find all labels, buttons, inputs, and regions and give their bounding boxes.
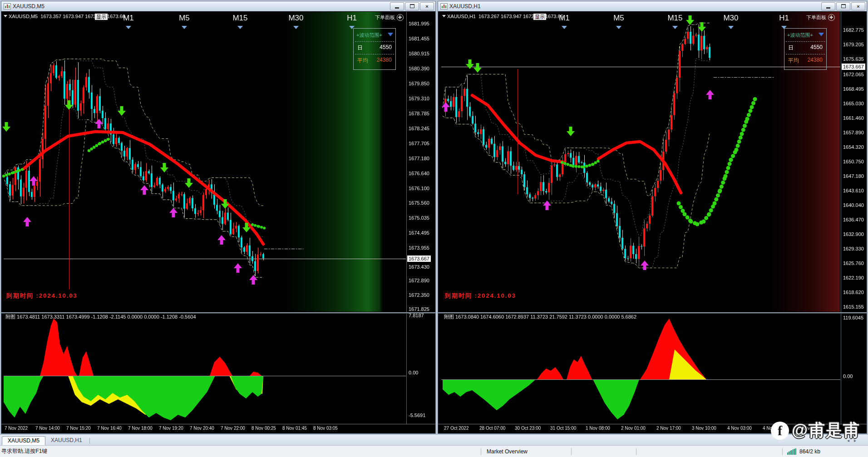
indicator-readout: 附图 1673.4811 1673.3311 1673.4999 -1.1208… xyxy=(5,314,196,320)
close-icon: × xyxy=(425,3,428,10)
restore-icon xyxy=(410,4,414,8)
chart-window-icon xyxy=(440,3,448,10)
minimize-button[interactable] xyxy=(390,2,404,10)
close-icon: × xyxy=(857,3,859,10)
minimize-button[interactable] xyxy=(821,2,835,10)
time-axis-label: 28 Oct 07:00 xyxy=(479,426,505,431)
time-axis-label: 1 Nov 08:00 xyxy=(586,426,610,431)
help-hint: 寻求帮助,请按F1键 xyxy=(0,447,481,455)
volatility-info-box: +波动范围+ 日4550 平均24380 xyxy=(353,28,396,70)
show-button[interactable]: 显示 xyxy=(95,14,108,20)
chevron-down-icon[interactable] xyxy=(388,33,393,39)
time-axis-label: 4 Nov 03:00 xyxy=(727,426,752,431)
chevron-down-icon[interactable] xyxy=(293,26,299,32)
chevron-down-icon[interactable] xyxy=(728,26,734,32)
chevron-down-icon[interactable] xyxy=(442,15,446,19)
time-axis-label: 7 Nov 14:00 xyxy=(35,426,60,431)
minimize-icon xyxy=(826,7,830,9)
tab-divider xyxy=(89,438,90,444)
indicator-readout: 附图 1673.0840 1674.6060 1672.8937 11.3723… xyxy=(444,314,636,320)
time-axis-label: 7 Nov 20:40 xyxy=(190,426,214,431)
chevron-down-icon[interactable] xyxy=(349,26,355,32)
tab-xauusd-h1[interactable]: XAUUSD,H1 xyxy=(45,436,88,445)
time-axis-label: 7 Nov 19:20 xyxy=(159,426,183,431)
chevron-down-icon[interactable] xyxy=(781,26,787,32)
timeframe-button-m15[interactable]: M15 xyxy=(227,14,254,23)
order-panel-icon xyxy=(828,14,835,21)
traffic-bars-icon xyxy=(787,448,797,455)
window-title: XAUUSD,M5 xyxy=(13,3,389,10)
chart-window-icon xyxy=(4,3,11,10)
time-axis-label: 2 Nov 01:00 xyxy=(621,426,646,431)
daily-range-row: 日4550 xyxy=(354,44,395,52)
chevron-down-icon[interactable] xyxy=(4,15,7,19)
time-axis-label: 7 Nov 18:00 xyxy=(128,426,153,431)
chevron-down-icon[interactable] xyxy=(237,26,243,32)
chevron-down-icon[interactable] xyxy=(819,33,824,39)
timeframe-button-m30[interactable]: M30 xyxy=(717,14,745,23)
restore-icon xyxy=(841,4,846,8)
timeframe-button-m5[interactable]: M5 xyxy=(605,14,632,23)
traffic-indicator: 864/2 kb xyxy=(783,448,868,455)
chevron-down-icon[interactable] xyxy=(182,26,187,32)
expiry-label: 到期时间 :2024.10.03 xyxy=(445,292,516,300)
chevron-down-icon[interactable] xyxy=(126,26,131,32)
chevron-down-icon[interactable] xyxy=(672,26,678,32)
time-axis-label: 7 Nov 16:40 xyxy=(97,426,122,431)
timeframe-button-h1[interactable]: H1 xyxy=(770,14,798,23)
show-button[interactable]: 显示 xyxy=(533,14,546,20)
timeframe-button-m1[interactable]: M1 xyxy=(115,14,142,23)
timeframe-button-m15[interactable]: M15 xyxy=(661,14,689,23)
timeframe-button-h1[interactable]: H1 xyxy=(338,14,365,23)
expiry-label: 到期时间 :2024.10.03 xyxy=(6,292,78,300)
window-title: XAUUSD,H1 xyxy=(449,3,820,10)
order-panel-button[interactable]: 下单面板 xyxy=(806,14,835,21)
daily-range-row: 日4550 xyxy=(784,44,826,52)
time-axis-label: 7 Nov 15:20 xyxy=(66,426,91,431)
time-axis-label: 8 Nov 00:25 xyxy=(252,426,276,431)
close-button[interactable]: × xyxy=(420,2,434,10)
time-axis-label: 27 Oct 2022 xyxy=(444,426,469,431)
chart-tab-bar: XAUUSD,M5 XAUUSD,H1 ◂ ▸ xyxy=(0,434,868,445)
tab-xauusd-m5[interactable]: XAUUSD,M5 xyxy=(2,436,45,446)
timeframe-button-m5[interactable]: M5 xyxy=(171,14,198,23)
close-button[interactable]: × xyxy=(851,2,865,10)
time-axis-label: 2 Nov 17:00 xyxy=(656,426,681,431)
time-axis-label: 7 Nov 2022 xyxy=(5,426,28,431)
timeframe-button-m30[interactable]: M30 xyxy=(282,14,310,23)
time-axis-label: 7 Nov 22:00 xyxy=(221,426,245,431)
average-range-row: 平均24380 xyxy=(354,57,395,64)
watermark-handle: @甫是甫 xyxy=(792,419,860,442)
time-axis-label: 3 Nov 10:00 xyxy=(692,426,716,431)
market-overview-label: Market Overview xyxy=(481,448,571,455)
status-bar: 寻求帮助,请按F1键 Market Overview 864/2 kb xyxy=(0,445,868,457)
minimize-icon xyxy=(395,7,399,9)
volatility-info-box: +波动范围+ 日4550 平均24380 xyxy=(784,28,827,70)
watermark: f @甫是甫 xyxy=(771,419,860,442)
chevron-down-icon[interactable] xyxy=(616,26,621,32)
chevron-down-icon[interactable] xyxy=(562,26,567,32)
time-axis-label: 8 Nov 03:05 xyxy=(313,426,338,431)
average-range-row: 平均24380 xyxy=(784,57,826,64)
order-panel-icon xyxy=(397,14,404,21)
order-panel-button[interactable]: 下单面板 xyxy=(375,14,404,21)
window-titlebar[interactable]: XAUUSD,H1 × xyxy=(438,1,867,11)
time-axis-label: 8 Nov 01:45 xyxy=(282,426,307,431)
price-axis[interactable] xyxy=(841,12,868,424)
time-axis-label: 31 Oct 15:00 xyxy=(550,426,576,431)
timeframe-button-m1[interactable]: M1 xyxy=(551,14,578,23)
time-axis-label: 30 Oct 23:00 xyxy=(515,426,541,431)
window-titlebar[interactable]: XAUUSD,M5 × xyxy=(1,1,435,11)
restore-button[interactable] xyxy=(405,2,419,10)
facebook-icon: f xyxy=(771,422,789,440)
price-axis[interactable] xyxy=(406,12,435,424)
h1-chart-canvas[interactable] xyxy=(438,11,867,433)
m5-chart-canvas[interactable] xyxy=(1,11,435,433)
restore-button[interactable] xyxy=(836,2,850,10)
